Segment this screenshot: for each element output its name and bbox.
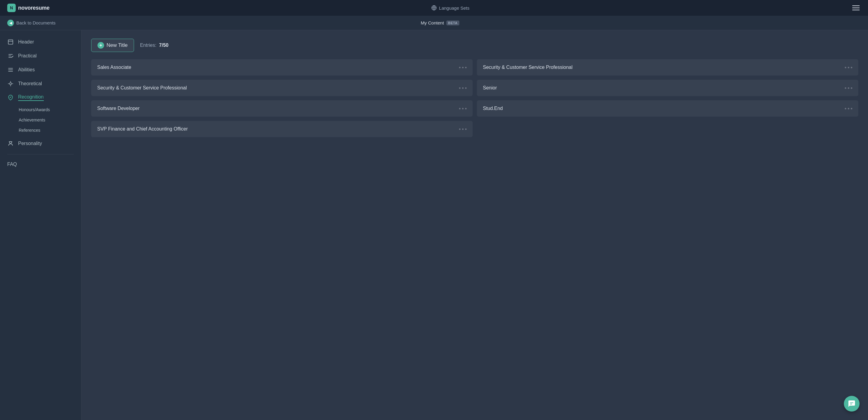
- dot-2: [848, 87, 849, 89]
- content-header: + New Title Entries: 7/50: [91, 39, 858, 52]
- language-sets-nav[interactable]: Language Sets: [431, 5, 470, 10]
- dot-3: [851, 87, 852, 89]
- chat-icon: [848, 400, 856, 408]
- svg-point-10: [10, 83, 12, 85]
- plus-icon: +: [97, 42, 104, 49]
- dot-1: [845, 108, 846, 109]
- card-software-developer[interactable]: Software Developer: [91, 100, 473, 117]
- entries-count: 7/50: [159, 43, 168, 48]
- dot-3: [465, 129, 467, 130]
- logo-text: novoresume: [18, 5, 50, 11]
- sidebar-divider: [7, 154, 74, 155]
- new-title-label: New Title: [106, 42, 128, 48]
- dot-1: [459, 108, 461, 109]
- card-sales-menu[interactable]: [459, 67, 467, 68]
- recognition-icon: [7, 94, 14, 101]
- achievements-label: Achievements: [19, 117, 45, 122]
- cards-grid: Sales Associate Security & Customer Serv…: [91, 59, 858, 137]
- dot-2: [462, 87, 464, 89]
- dot-1: [845, 87, 846, 89]
- faq-label: FAQ: [7, 162, 17, 167]
- new-title-button[interactable]: + New Title: [91, 39, 134, 52]
- back-label: Back to Documents: [16, 20, 56, 25]
- sidebar-item-recognition[interactable]: Recognition: [0, 91, 81, 105]
- back-arrow-icon: ◀: [7, 20, 14, 26]
- dot-2: [848, 67, 849, 68]
- svg-point-15: [10, 141, 12, 143]
- sidebar-sub-item-honours[interactable]: Honours/Awards: [0, 105, 81, 115]
- hamburger-menu[interactable]: [851, 4, 861, 11]
- card-svp[interactable]: SVP Finance and Chief Accounting Officer: [91, 121, 473, 137]
- sidebar-item-theoretical-label: Theoretical: [18, 81, 42, 86]
- card-stud-end[interactable]: Stud.End: [477, 100, 858, 117]
- card-senior-menu[interactable]: [845, 87, 852, 89]
- dot-2: [462, 108, 464, 109]
- sidebar-item-recognition-label: Recognition: [18, 94, 44, 101]
- logo[interactable]: N novoresume: [7, 4, 50, 12]
- top-nav: N novoresume Language Sets: [0, 0, 868, 16]
- dot-1: [459, 129, 461, 130]
- card-svp-title: SVP Finance and Chief Accounting Officer: [97, 126, 188, 132]
- sidebar-sub-item-achievements[interactable]: Achievements: [0, 115, 81, 125]
- language-sets-label: Language Sets: [439, 5, 470, 10]
- logo-icon: N: [7, 4, 16, 12]
- sidebar-item-theoretical[interactable]: Theoretical: [0, 77, 81, 91]
- honours-label: Honours/Awards: [19, 107, 50, 112]
- references-label: References: [19, 128, 40, 133]
- sidebar-item-practical[interactable]: Practical: [0, 49, 81, 63]
- sidebar-item-header[interactable]: Header: [0, 35, 81, 49]
- card-security-left-title: Security & Customer Service Professional: [97, 85, 187, 91]
- dot-3: [465, 87, 467, 89]
- dot-2: [462, 67, 464, 68]
- sidebar-faq[interactable]: FAQ: [0, 158, 81, 171]
- dot-3: [465, 67, 467, 68]
- card-software-title: Software Developer: [97, 106, 140, 111]
- language-icon: [431, 5, 437, 10]
- dot-1: [845, 67, 846, 68]
- sidebar-item-personality[interactable]: Personality: [0, 137, 81, 150]
- dot-2: [462, 129, 464, 130]
- sidebar: Header Practical Abilitie: [0, 30, 82, 420]
- main-layout: Header Practical Abilitie: [0, 30, 868, 420]
- entries-prefix: Entries:: [140, 43, 156, 48]
- back-to-documents-link[interactable]: ◀ Back to Documents: [7, 20, 56, 26]
- header-icon: [7, 39, 14, 45]
- hamburger-line-2: [852, 7, 860, 8]
- hamburger-line-1: [852, 5, 860, 6]
- practical-icon: [7, 53, 14, 59]
- abilities-icon: [7, 66, 14, 73]
- card-security-right[interactable]: Security & Customer Service Professional: [477, 59, 858, 76]
- theoretical-icon: [7, 80, 14, 87]
- dot-1: [459, 87, 461, 89]
- sidebar-item-personality-label: Personality: [18, 141, 42, 146]
- card-sales-title: Sales Associate: [97, 65, 131, 70]
- sub-nav: ◀ Back to Documents My Content BETA: [0, 16, 868, 30]
- beta-badge: BETA: [446, 21, 459, 25]
- my-content-header: My Content BETA: [421, 20, 459, 25]
- card-sales-associate[interactable]: Sales Associate: [91, 59, 473, 76]
- content-area: + New Title Entries: 7/50 Sales Associat…: [82, 30, 868, 420]
- sidebar-item-practical-label: Practical: [18, 53, 36, 59]
- sidebar-item-abilities[interactable]: Abilities: [0, 63, 81, 77]
- card-security-right-menu[interactable]: [845, 67, 852, 68]
- card-svp-menu[interactable]: [459, 129, 467, 130]
- chat-support-button[interactable]: [844, 396, 860, 412]
- sidebar-sub-item-references[interactable]: References: [0, 125, 81, 135]
- hamburger-line-3: [852, 10, 860, 10]
- card-security-left[interactable]: Security & Customer Service Professional: [91, 80, 473, 96]
- dot-2: [848, 108, 849, 109]
- dot-3: [465, 108, 467, 109]
- svg-rect-2: [8, 40, 13, 45]
- sidebar-item-abilities-label: Abilities: [18, 67, 35, 73]
- entries-text: Entries: 7/50: [140, 43, 168, 48]
- dot-3: [851, 67, 852, 68]
- card-security-left-menu[interactable]: [459, 87, 467, 89]
- card-senior-title: Senior: [483, 85, 497, 91]
- card-stud-end-menu[interactable]: [845, 108, 852, 109]
- card-senior[interactable]: Senior: [477, 80, 858, 96]
- card-software-menu[interactable]: [459, 108, 467, 109]
- dot-1: [459, 67, 461, 68]
- personality-icon: [7, 140, 14, 147]
- sidebar-item-header-label: Header: [18, 39, 34, 45]
- dot-3: [851, 108, 852, 109]
